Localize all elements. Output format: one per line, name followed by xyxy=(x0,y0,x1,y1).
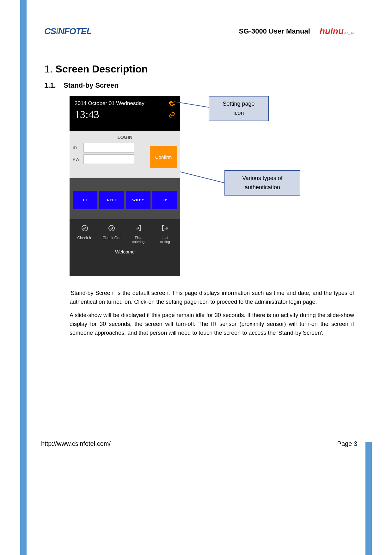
section-heading: 1. Screen Description xyxy=(44,63,354,75)
logo-huinu-text: huinu xyxy=(320,26,344,36)
id-input[interactable] xyxy=(83,143,134,153)
page-number: 3 xyxy=(354,440,357,447)
device-date: 2014 October 01 Wednesday xyxy=(75,100,175,107)
last-label: Last xyxy=(152,236,179,240)
subsection-number: 1.1. xyxy=(44,81,56,89)
callout-1-line-1: Setting page xyxy=(223,99,254,109)
page-label: Page xyxy=(337,440,354,447)
checkin-item[interactable]: Check In xyxy=(71,224,98,244)
checkin-icon xyxy=(71,224,98,234)
id-label: ID xyxy=(73,146,83,150)
pw-input[interactable] xyxy=(83,154,134,164)
footer-page: Page 3 xyxy=(337,440,357,447)
paragraph-1: 'Stand-by Screen' is the default screen.… xyxy=(70,289,354,307)
logo-part-cs: CS xyxy=(44,26,56,36)
auth-tab-wkey[interactable]: WKEY xyxy=(126,191,150,209)
logo-csinfotel: CSINFOTEL xyxy=(44,26,92,36)
enter-icon xyxy=(125,224,152,234)
checkout-icon xyxy=(98,224,125,234)
logo-huinu-sub: 휴인유 xyxy=(344,31,354,35)
device-bottom-bar: Check In Check Out First entering xyxy=(70,219,180,276)
logo-part-nfotel: NFOTEL xyxy=(58,26,92,36)
exit-icon xyxy=(152,224,179,234)
logo-huinu: huinu휴인유 xyxy=(320,26,354,36)
svg-line-3 xyxy=(180,172,224,183)
confirm-button[interactable]: Confirm xyxy=(150,146,177,168)
last-exiting-item[interactable]: Last exiting xyxy=(152,224,179,244)
footer-url: http://www.csinfotel.com/ xyxy=(41,440,111,447)
callout-1-line-2: icon xyxy=(223,109,254,118)
link-icon[interactable] xyxy=(169,112,175,120)
subsection-title: Stand-by Screen xyxy=(64,81,119,89)
bottom-row: Check In Check Out First entering xyxy=(71,224,178,244)
device-status-bar: 2014 October 01 Wednesday 13:43 xyxy=(70,96,180,131)
body-text: 'Stand-by Screen' is the default screen.… xyxy=(44,289,354,337)
svg-point-0 xyxy=(82,225,88,231)
callout-auth-types: Various types of authentication xyxy=(224,170,300,196)
auth-tab-rfid[interactable]: RFID xyxy=(99,191,124,209)
login-panel: LOGIN ID PW Confirm xyxy=(70,131,180,178)
section-title: Screen Description xyxy=(56,63,148,75)
auth-tabs: ID RFID WKEY FP xyxy=(70,178,180,219)
checkin-label: Check In xyxy=(71,236,98,240)
callout-setting-icon: Setting page icon xyxy=(209,96,269,121)
checkout-item[interactable]: Check Out xyxy=(98,224,125,244)
first-entering-item[interactable]: First entering xyxy=(125,224,152,244)
entering-label: entering xyxy=(125,240,152,244)
callout-2-line-1: Various types of xyxy=(242,174,283,183)
checkout-label: Check Out xyxy=(98,236,125,240)
page-footer: http://www.csinfotel.com/ Page 3 xyxy=(38,436,360,447)
leader-line-1 xyxy=(174,102,212,108)
left-border-bar xyxy=(20,0,27,555)
callout-2-line-2: authentication xyxy=(242,183,283,192)
auth-tab-id[interactable]: ID xyxy=(73,191,97,209)
manual-title: SG-3000 User Manual xyxy=(239,27,310,35)
page-header: CSINFOTEL SG-3000 User Manual huinu휴인유 xyxy=(38,22,360,44)
paragraph-2: A slide-show will be displayed if this p… xyxy=(70,311,354,338)
right-border-bar xyxy=(365,442,372,555)
welcome-text: Welcome xyxy=(71,249,178,254)
pw-label: PW xyxy=(73,157,83,162)
subsection-heading: 1.1. Stand-by Screen xyxy=(44,81,354,90)
svg-line-2 xyxy=(174,102,209,107)
figure-area: 2014 October 01 Wednesday 13:43 LOGIN ID… xyxy=(44,96,354,283)
leader-line-2 xyxy=(180,172,228,191)
device-time: 13:43 xyxy=(75,109,175,121)
auth-tab-fp[interactable]: FP xyxy=(152,191,177,209)
exiting-label: exiting xyxy=(152,240,179,244)
section-number: 1. xyxy=(44,63,53,75)
logo-part-i: I xyxy=(56,26,58,36)
content-area: 1. Screen Description 1.1. Stand-by Scre… xyxy=(44,63,354,342)
device-screenshot: 2014 October 01 Wednesday 13:43 LOGIN ID… xyxy=(70,96,180,276)
login-title: LOGIN xyxy=(73,134,177,140)
first-label: First xyxy=(125,236,152,240)
